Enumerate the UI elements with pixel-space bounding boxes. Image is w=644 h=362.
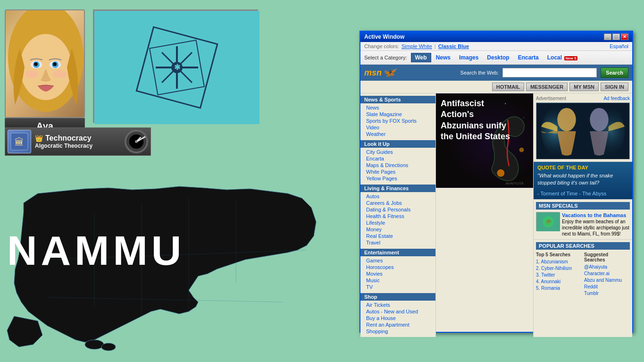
tech-icon: 🏛 <box>8 130 31 153</box>
tab-news[interactable]: News <box>432 53 454 62</box>
tab-desktop[interactable]: Desktop <box>483 53 513 62</box>
sidebar-link-tv[interactable]: TV <box>360 284 435 290</box>
hotmail-button[interactable]: HOTMAIL <box>492 83 524 91</box>
mymsn-button[interactable]: MY MSN <box>569 83 599 91</box>
close-button[interactable]: ✕ <box>621 34 628 40</box>
sidebar-link-autos[interactable]: Autos <box>360 193 435 200</box>
sidebar-link-maps[interactable]: Maps & Directions <box>360 162 435 168</box>
msn-right: Advertisement Ad feedback <box>533 93 632 337</box>
sidebar-link-rentapt[interactable]: Rent an Apartment <box>360 321 435 328</box>
sidebar-link-slate[interactable]: Slate Magazine <box>360 111 435 118</box>
suggested-header: Suggested Searches <box>584 252 630 262</box>
sidebar-link-music[interactable]: Music <box>360 277 435 284</box>
svg-text:✱: ✱ <box>174 63 181 71</box>
top5-item-3[interactable]: 3. Twitter <box>536 272 582 278</box>
headline-content: Antifascist Action's Abzunians unify the… <box>441 98 516 143</box>
popular-header: POPULAR SEARCHES <box>536 242 630 250</box>
sidebar-link-buyhouse[interactable]: Buy a House <box>360 315 435 321</box>
change-colors-label: Change colors: <box>364 43 399 49</box>
sidebar-link-shopping[interactable]: Shopping <box>360 328 435 335</box>
popular-cols: Top 5 Searches 1. Abzunianism 2. Cyber-N… <box>536 252 630 297</box>
sidebar-link-careers[interactable]: Careers & Jobs <box>360 200 435 206</box>
msn-specials-section: MSN SPECIALS 🌴 Vacations to the Bahamas … <box>534 200 632 240</box>
special-image: 🌴 <box>536 212 560 231</box>
minimize-button[interactable]: _ <box>604 34 611 40</box>
messenger-button[interactable]: MESSENGER <box>526 83 568 91</box>
sidebar-link-cityguides[interactable]: City Guides <box>360 149 435 155</box>
nammu-text: NAMMU <box>7 227 185 275</box>
suggested-item-2[interactable]: Character.ai <box>584 270 630 277</box>
msn-popular-section: POPULAR SEARCHES Top 5 Searches 1. Abzun… <box>534 240 632 299</box>
quote-text: "What would happen if the snake stopped … <box>537 172 628 187</box>
sidebar-link-news[interactable]: News <box>360 104 435 111</box>
search-label: Search the Web: <box>460 70 499 76</box>
tab-web[interactable]: Web <box>411 53 431 62</box>
espanol-link[interactable]: Español <box>610 43 628 49</box>
suggested-item-5[interactable]: Tumblr <box>584 290 630 297</box>
ad-feedback-link[interactable]: Ad feedback <box>603 96 630 101</box>
search-input[interactable] <box>502 68 597 77</box>
sidebar-link-video[interactable]: Video <box>360 124 435 131</box>
search-button[interactable]: Search <box>601 67 628 78</box>
popular-col-top5: Top 5 Searches 1. Abzunianism 2. Cyber-N… <box>536 252 582 297</box>
sidebar-link-airtickets[interactable]: Air Tickets <box>360 302 435 308</box>
svg-point-35 <box>497 169 504 177</box>
suggested-item-3[interactable]: Abzu and Nammu <box>584 277 630 284</box>
maximize-button[interactable]: □ <box>612 34 620 40</box>
msn-window-title: Active Window <box>364 34 404 40</box>
svg-point-18 <box>135 140 138 143</box>
msn-content: News & Sports News Slate Magazine Sports… <box>360 93 632 337</box>
special-desc: Enjoy the warm beaches of an incredible … <box>562 219 630 237</box>
sidebar-section-entertainment: Entertainment Games Horoscopes Movies Mu… <box>360 249 435 290</box>
sidebar-link-whitepages[interactable]: White Pages <box>360 168 435 175</box>
tech-subtitle: Algocratic Theocracy <box>35 143 121 149</box>
tab-images[interactable]: Images <box>455 53 482 62</box>
sidebar-link-autos-new[interactable]: Autos - New and Used <box>360 308 435 315</box>
top5-item-1[interactable]: 1. Abzunianism <box>536 259 582 265</box>
sidebar-header-shop: Shop <box>360 293 435 301</box>
tech-dial <box>125 130 148 153</box>
sidebar-link-dating[interactable]: Dating & Personals <box>360 206 435 213</box>
sidebar-link-horoscopes[interactable]: Horoscopes <box>360 264 435 270</box>
avatar-image <box>5 9 85 118</box>
sidebar-link-encarta[interactable]: Encarta <box>360 155 435 162</box>
tech-text: 👑 Technocracy Algocratic Theocracy <box>35 134 121 149</box>
msn-ad-section: Advertisement Ad feedback <box>534 93 632 162</box>
sidebar-link-sports[interactable]: Sports by FOX Sports <box>360 118 435 124</box>
msn-headline: AHAIYUTA Antifascist Action's Abzunians … <box>436 93 533 188</box>
sidebar-link-games[interactable]: Games <box>360 257 435 264</box>
separator1: | <box>435 43 436 49</box>
simple-white-link[interactable]: Simple White <box>401 43 432 49</box>
msn-colorbar: Change colors: Simple White | Classic Bl… <box>360 42 632 51</box>
svg-point-33 <box>524 117 525 118</box>
sidebar-link-health[interactable]: Health & Fitness <box>360 213 435 219</box>
suggested-item-4[interactable]: Reddit <box>584 284 630 290</box>
sidebar-link-yellowpages[interactable]: Yellow Pages <box>360 175 435 182</box>
sidebar-link-money[interactable]: Money <box>360 226 435 233</box>
top5-item-5[interactable]: 5. Romania <box>536 285 582 292</box>
sidebar-header-news: News & Sports <box>360 96 435 103</box>
classic-blue-link[interactable]: Classic Blue <box>438 43 469 49</box>
top5-item-2[interactable]: 2. Cyber-Nihilism <box>536 265 582 272</box>
sidebar-link-weather[interactable]: Weather <box>360 131 435 137</box>
sidebar-section-shop: Shop Air Tickets Autos - New and Used Bu… <box>360 293 435 335</box>
top5-header: Top 5 Searches <box>536 252 582 257</box>
sidebar-link-travel[interactable]: Travel <box>360 239 435 246</box>
msn-ad-header: Advertisement Ad feedback <box>536 96 630 101</box>
sidebar-link-lifestyle[interactable]: Lifestyle <box>360 219 435 226</box>
art-panel: ✱ <box>93 9 258 123</box>
sidebar-link-realestate[interactable]: Real Estate <box>360 233 435 239</box>
sidebar-link-movies[interactable]: Movies <box>360 270 435 277</box>
special-item: 🌴 Vacations to the Bahamas Enjoy the war… <box>536 212 630 237</box>
top5-item-4[interactable]: 4. Anunnaki <box>536 278 582 285</box>
signin-button[interactable]: SIGN IN <box>601 83 628 91</box>
sidebar-header-living: Living & Finances <box>360 185 435 192</box>
tab-local[interactable]: Local New 5 <box>544 53 581 62</box>
special-text: Vacations to the Bahamas Enjoy the warm … <box>562 212 630 237</box>
tab-encarta[interactable]: Encarta <box>514 53 543 62</box>
sidebar-section-living: Living & Finances Autos Careers & Jobs D… <box>360 185 435 246</box>
suggested-item-1[interactable]: @Ahaiyuta <box>584 264 630 270</box>
msn-sidebar: News & Sports News Slate Magazine Sports… <box>360 93 436 337</box>
svg-point-10 <box>25 70 39 78</box>
technocracy-panel: 🏛 👑 Technocracy Algocratic Theocracy <box>5 127 151 156</box>
